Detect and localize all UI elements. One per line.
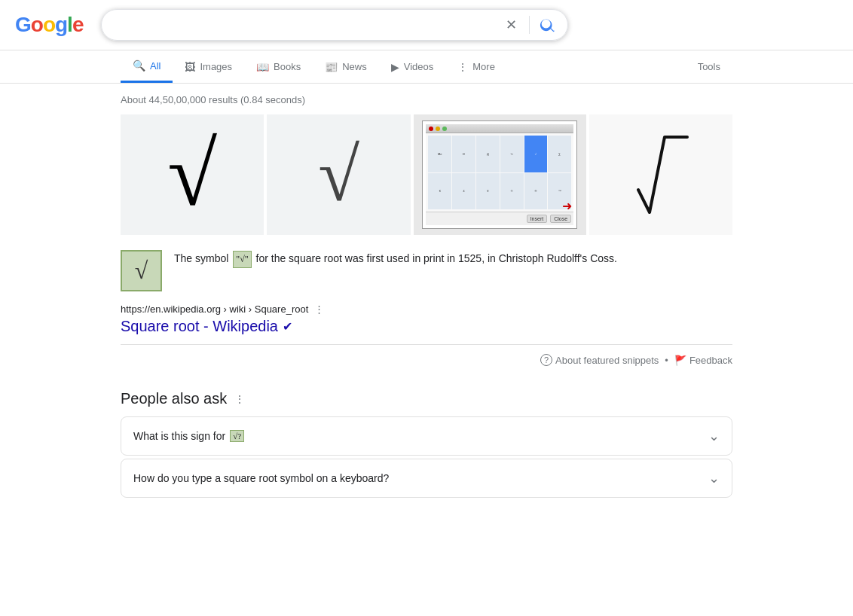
cell: ∑ <box>548 136 571 172</box>
results-count: About 44,50,00,000 results (0.84 seconds… <box>121 84 732 114</box>
paa-title: People also ask <box>121 390 227 407</box>
paa-more-icon[interactable]: ⋮ <box>234 393 245 405</box>
source-url: https://en.wikipedia.org › wiki › Square… <box>121 303 732 315</box>
books-icon: 📖 <box>256 61 269 73</box>
tab-news-label: News <box>342 61 367 72</box>
paa-chevron-0: ⌄ <box>708 428 720 444</box>
search-bar: square root symbol ✕ <box>101 9 568 41</box>
results-area: About 44,50,00,000 results (0.84 seconds… <box>0 84 853 501</box>
search-icon <box>539 17 555 33</box>
tab-all[interactable]: 🔍 All <box>121 50 173 83</box>
tab-images[interactable]: 🖼 Images <box>173 52 244 82</box>
insert-btn: Insert <box>527 215 548 223</box>
google-logo[interactable]: Google <box>15 13 83 37</box>
snippet-footer: ? About featured snippets • 🚩 Feedback <box>121 344 732 375</box>
images-icon: 🖼 <box>185 61 195 73</box>
about-snippets-link[interactable]: ? About featured snippets <box>540 354 659 366</box>
image-item-4[interactable] <box>589 114 732 235</box>
clear-button[interactable]: ✕ <box>503 17 520 33</box>
snippet-text: The symbol "√" for the square root was f… <box>174 250 732 268</box>
cell: ½ <box>500 136 524 172</box>
nav-tabs: 🔍 All 🖼 Images 📖 Books 📰 News ▶ Videos ⋮… <box>0 50 853 84</box>
tab-books[interactable]: 📖 Books <box>244 52 313 82</box>
image-item-2[interactable]: √ <box>267 114 410 235</box>
sqrt-svg <box>631 122 691 227</box>
snippet-text-after: for the square root was first used in pr… <box>256 252 617 264</box>
paa-chevron-1: ⌄ <box>708 470 720 486</box>
about-snippets-label: About featured snippets <box>555 355 659 366</box>
cell: Д <box>476 136 500 172</box>
tab-images-label: Images <box>200 61 232 72</box>
tab-news[interactable]: 📰 News <box>313 52 379 82</box>
image-item-3[interactable]: Me D Д ½ √ ∑ € £ ¥ © ® ™ Insert <box>414 114 586 235</box>
tab-videos[interactable]: ▶ Videos <box>379 52 446 82</box>
paa-q1-text: How do you type a square root symbol on … <box>133 472 389 484</box>
tab-more-label: More <box>472 61 495 72</box>
paa-question-1: How do you type a square root symbol on … <box>133 472 389 484</box>
search-button[interactable] <box>539 17 555 33</box>
close-dot <box>429 127 433 131</box>
paa-header: People also ask ⋮ <box>121 390 732 407</box>
tab-more[interactable]: ⋮ More <box>445 52 507 82</box>
cell: ¥ <box>476 173 500 210</box>
paa-item-1[interactable]: How do you type a square root symbol on … <box>121 459 732 498</box>
paa-inline-icon-0: √? <box>230 430 244 442</box>
paa-q0-before: What is this sign for <box>133 430 225 442</box>
cell-highlight: √ <box>524 136 548 172</box>
cell: © <box>500 173 524 210</box>
screenshot-mock: Me D Д ½ √ ∑ € £ ¥ © ® ™ Insert <box>422 120 577 229</box>
sqrt-symbol-img2: √ <box>318 132 359 218</box>
screenshot-footer: Insert Close <box>426 212 573 225</box>
cell: D <box>452 136 475 172</box>
videos-icon: ▶ <box>391 61 399 73</box>
paa-section: People also ask ⋮ What is this sign for … <box>121 390 732 498</box>
verified-checkmark-icon: ✔ <box>283 319 292 334</box>
separator: • <box>665 355 668 366</box>
feedback-label: Feedback <box>689 355 732 366</box>
cell: ® <box>524 173 548 210</box>
image-item-1[interactable]: √ <box>121 114 264 235</box>
screenshot-header <box>426 124 573 133</box>
tab-books-label: Books <box>274 61 301 72</box>
url-text: https://en.wikipedia.org › wiki › Square… <box>121 303 308 315</box>
header: Google square root symbol ✕ <box>0 0 853 50</box>
featured-snippet: √ The symbol "√" for the square root was… <box>121 250 732 291</box>
cell: Me <box>428 136 451 172</box>
screenshot-body: Me D Д ½ √ ∑ € £ ¥ © ® ™ <box>426 133 573 212</box>
source-more-icon[interactable]: ⋮ <box>314 303 324 315</box>
result-title-link[interactable]: Square root - Wikipedia ✔ <box>121 318 732 335</box>
search-divider <box>529 16 530 34</box>
cell: € <box>428 173 451 210</box>
sqrt-symbol-img1: √ <box>167 123 217 227</box>
tab-all-label: All <box>150 60 161 72</box>
snippet-text-before: The symbol <box>174 252 228 264</box>
news-icon: 📰 <box>325 61 338 73</box>
tools-button[interactable]: Tools <box>686 52 732 81</box>
more-icon: ⋮ <box>457 61 468 73</box>
paa-question-0: What is this sign for √? <box>133 430 244 442</box>
max-dot <box>442 127 447 131</box>
result-title: Square root - Wikipedia <box>121 318 278 335</box>
red-arrow-right: ➜ <box>562 199 572 213</box>
search-input[interactable]: square root symbol <box>114 18 497 32</box>
image-strip[interactable]: √ √ Me D Д ½ √ <box>121 114 732 235</box>
question-mark-icon: ? <box>540 354 552 366</box>
paa-item-0[interactable]: What is this sign for √? ⌄ <box>121 416 732 456</box>
feedback-link[interactable]: 🚩 Feedback <box>674 355 732 366</box>
snippet-inline-symbol: "√" <box>233 251 251 268</box>
feedback-icon: 🚩 <box>674 355 686 366</box>
min-dot <box>436 127 440 131</box>
close-btn: Close <box>550 215 571 223</box>
tab-videos-label: Videos <box>404 61 434 72</box>
cell: £ <box>452 173 475 210</box>
snippet-sqrt-icon: √ <box>121 250 162 291</box>
search-icon: 🔍 <box>133 59 145 72</box>
